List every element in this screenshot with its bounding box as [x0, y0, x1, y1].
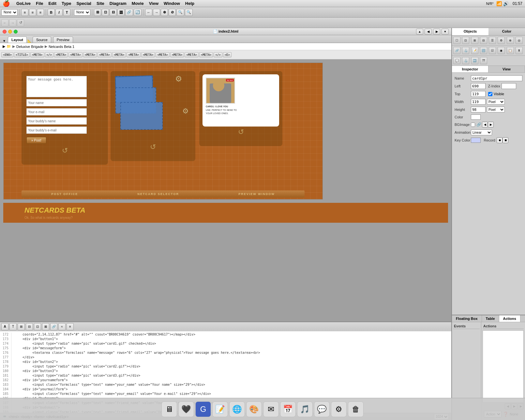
obj-icon-5[interactable]: ☰	[489, 37, 496, 44]
message-textarea[interactable]: Your message goes here.	[26, 76, 87, 97]
card-blue-4[interactable]	[120, 102, 163, 130]
tab-actions[interactable]: Actions	[499, 315, 520, 322]
menu-movie[interactable]: Movie	[129, 0, 146, 7]
tb-btn10[interactable]: ⊘	[169, 9, 176, 16]
expand-triangle[interactable]: ▶	[3, 44, 5, 49]
buddy-name-input[interactable]	[26, 117, 87, 125]
name-input-field[interactable]	[471, 75, 522, 81]
tb-btn6[interactable]: 🔄	[134, 9, 142, 16]
bgimage-checkbox[interactable]	[471, 123, 475, 127]
tag-close1[interactable]: </>	[45, 52, 53, 57]
align-center-btn[interactable]: ≡	[29, 9, 36, 16]
tab-color[interactable]: Color	[488, 28, 525, 35]
dock-trash[interactable]: 🗑	[348, 401, 364, 417]
tag-eno[interactable]: <ENO>	[1, 52, 13, 57]
obj-icon-4[interactable]: ⊟	[480, 37, 487, 44]
tag-meta5[interactable]: <META>	[98, 52, 112, 57]
name-input[interactable]	[26, 99, 87, 106]
tab-preview[interactable]: Preview	[53, 37, 73, 43]
dock-finder[interactable]: 🖥	[161, 401, 177, 417]
close-btn[interactable]	[3, 30, 7, 34]
dock-chat[interactable]: 💬	[314, 401, 330, 417]
obj-icon-11[interactable]: 📝	[471, 47, 478, 54]
breadcrumb-page[interactable]: Netcards Beta 1	[49, 45, 74, 49]
left-input[interactable]	[471, 83, 486, 89]
menu-edit[interactable]: Edit	[46, 0, 59, 7]
menu-site[interactable]: Site	[94, 0, 107, 7]
dock-settings[interactable]: ⚙	[331, 401, 347, 417]
height-input[interactable]	[471, 107, 486, 112]
obj-icon-16[interactable]: ⬆	[516, 47, 523, 54]
tb-btn2[interactable]: ⊡	[102, 9, 109, 16]
menu-view[interactable]: View	[146, 0, 161, 7]
dock-golive[interactable]: G	[195, 401, 211, 417]
tb-btn8[interactable]: →	[153, 9, 160, 16]
minimize-btn[interactable]	[8, 30, 12, 34]
obj-icon-6[interactable]: ⚙	[498, 37, 505, 44]
tb-btn12[interactable]: 🔍	[185, 9, 193, 16]
maximize-btn[interactable]	[14, 30, 18, 34]
tag-meta2[interactable]: <META>	[54, 52, 68, 57]
apple-menu[interactable]: 🍎	[3, 0, 10, 7]
dock-terminal[interactable]: 🖤	[178, 401, 194, 417]
animation-select[interactable]: Linear	[471, 129, 492, 135]
tab-inspector[interactable]: Inspector	[452, 66, 488, 72]
tab-table[interactable]: Table	[482, 315, 499, 322]
tb-btn4[interactable]: 🖼	[117, 9, 125, 16]
doc-btn4[interactable]: ▼	[442, 29, 449, 35]
obj-icon-14[interactable]: ◉	[498, 47, 505, 54]
obj-icon-8[interactable]: ◎	[516, 37, 523, 44]
menu-diagram[interactable]: Diagram	[107, 0, 129, 7]
doc-btn2[interactable]: ◀	[425, 29, 432, 35]
bgimage-btn1[interactable]: ◀	[482, 122, 488, 128]
tag-meta12[interactable]: <META>	[199, 52, 213, 57]
tag-meta8[interactable]: <META>	[141, 52, 155, 57]
doc-btn3[interactable]: ▶	[433, 29, 440, 35]
color-swatch[interactable]	[471, 114, 481, 120]
editor-btn-script[interactable]: ≈	[58, 323, 66, 330]
editor-btn-more[interactable]: ≡	[67, 323, 74, 330]
top-input[interactable]	[471, 91, 486, 97]
obj-icon-7[interactable]: ⊕	[507, 37, 514, 44]
height-unit-select[interactable]: Pixel	[487, 107, 505, 112]
nav-back-btn[interactable]: ←	[1, 19, 8, 26]
tag-meta6[interactable]: <META>	[112, 52, 126, 57]
editor-btn-text[interactable]: T	[9, 323, 17, 330]
tag-meta1[interactable]: <META>	[30, 52, 44, 57]
bold-btn[interactable]: B	[48, 9, 55, 16]
expand-arrow[interactable]: ▼	[3, 39, 6, 43]
dock-browser[interactable]: 🌐	[229, 401, 245, 417]
font-select[interactable]: None	[74, 9, 90, 16]
email-input[interactable]	[26, 108, 87, 115]
doc-btn1[interactable]: ▲	[416, 29, 423, 35]
editor-btn-grid[interactable]: ⊞	[18, 323, 25, 330]
obj-icon-20[interactable]: ⁇	[480, 57, 487, 64]
canvas-area[interactable]: Your message goes here. » Post! ↺	[0, 59, 451, 322]
tag-title[interactable]: <TITLE>	[14, 52, 30, 57]
editor-btn-table[interactable]: ⊟	[26, 323, 33, 330]
tag-meta3[interactable]: <META>	[68, 52, 82, 57]
tab-source[interactable]: Source	[33, 37, 51, 43]
refresh-btn[interactable]: ↺	[17, 19, 24, 26]
obj-icon-12[interactable]: 🔢	[480, 47, 487, 54]
width-input[interactable]	[471, 99, 486, 105]
tab-floating-box[interactable]: Floating Box	[452, 315, 482, 322]
tab-objects[interactable]: Objects	[452, 28, 488, 35]
width-unit-select[interactable]: Pixel	[487, 99, 505, 105]
dock-music[interactable]: 🎵	[297, 401, 313, 417]
tag-meta10[interactable]: <META>	[170, 52, 184, 57]
obj-icon-13[interactable]: ☑	[489, 47, 496, 54]
obj-icon-18[interactable]: ⚓	[462, 57, 469, 64]
tb-btn7[interactable]: ←	[145, 9, 152, 16]
menu-type[interactable]: Type	[59, 0, 74, 7]
record-btn1[interactable]: ⏺	[497, 137, 502, 143]
obj-icon-1[interactable]: ☐	[453, 37, 460, 44]
keycolor-swatch[interactable]	[471, 138, 481, 143]
align-right-btn[interactable]: ≡	[37, 9, 44, 16]
italic-btn[interactable]: I	[55, 9, 63, 16]
style-select[interactable]: None	[1, 9, 18, 16]
editor-btn-cell[interactable]: ⊡	[34, 323, 41, 330]
bgimage-btn2[interactable]: ▶	[488, 122, 494, 128]
menu-file[interactable]: File	[33, 0, 46, 7]
record-btn2[interactable]: ⏹	[502, 137, 508, 143]
